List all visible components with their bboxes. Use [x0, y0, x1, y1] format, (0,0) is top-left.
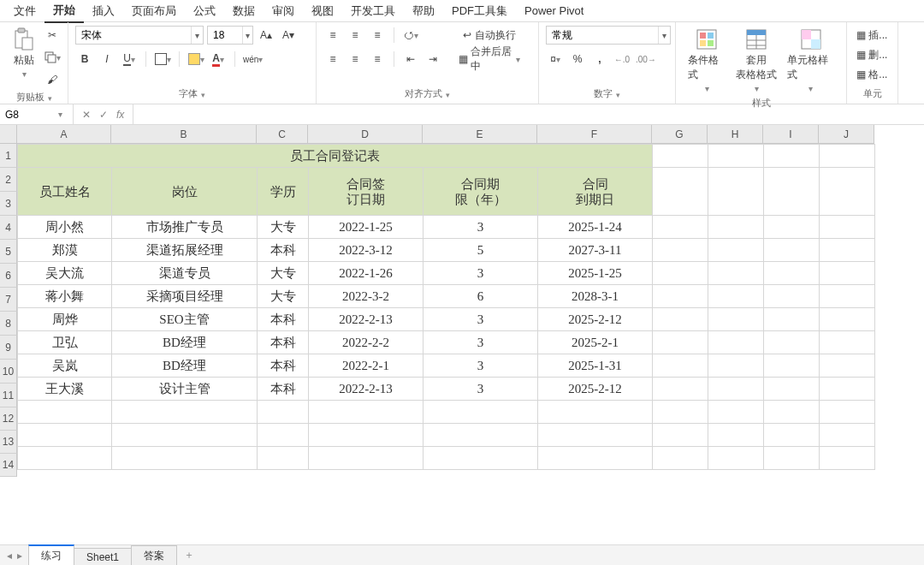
decrease-indent-button[interactable]: ⇤: [401, 50, 420, 68]
cell[interactable]: [764, 378, 820, 401]
cell[interactable]: 2025-1-25: [538, 262, 653, 285]
cell[interactable]: [708, 168, 764, 216]
cell[interactable]: [764, 424, 820, 447]
cell[interactable]: [764, 145, 820, 168]
row-header-3[interactable]: 3: [0, 192, 17, 216]
cell[interactable]: 采摘项目经理: [112, 285, 258, 308]
cell[interactable]: 3: [424, 354, 538, 378]
cell[interactable]: 3: [424, 216, 538, 239]
cell[interactable]: BD经理: [112, 331, 258, 354]
cell[interactable]: 本科: [258, 308, 309, 331]
underline-button[interactable]: U▾: [120, 50, 139, 68]
cell[interactable]: 2022-3-2: [309, 285, 424, 308]
cell[interactable]: 2022-1-25: [309, 216, 424, 239]
cell[interactable]: [112, 401, 258, 424]
cut-button[interactable]: ✂: [43, 26, 62, 45]
name-box[interactable]: ▾: [0, 104, 74, 124]
row-header-8[interactable]: 8: [0, 312, 17, 336]
cell[interactable]: [764, 262, 820, 285]
col-header-F[interactable]: F: [537, 125, 652, 144]
col-header-A[interactable]: A: [17, 125, 111, 144]
cell[interactable]: [820, 331, 875, 354]
cell[interactable]: 2025-2-1: [538, 331, 653, 354]
increase-decimal-button[interactable]: ←.0: [613, 50, 631, 68]
cell[interactable]: [653, 285, 708, 308]
cell[interactable]: 2027-3-11: [538, 239, 653, 262]
cell[interactable]: [764, 308, 820, 331]
cell[interactable]: [653, 447, 708, 470]
cell[interactable]: [18, 447, 112, 470]
cell[interactable]: 蒋小舞: [18, 285, 112, 308]
italic-button[interactable]: I: [98, 50, 116, 68]
cancel-button[interactable]: ✕: [82, 109, 91, 121]
col-header-H[interactable]: H: [708, 125, 763, 144]
col-header-I[interactable]: I: [763, 125, 819, 144]
row-header-9[interactable]: 9: [0, 336, 17, 360]
font-name-input[interactable]: [76, 27, 191, 44]
increase-indent-button[interactable]: ⇥: [424, 50, 442, 68]
row-header-12[interactable]: 12: [0, 407, 17, 431]
cell[interactable]: [309, 447, 424, 470]
cell[interactable]: 3: [424, 308, 538, 331]
cell[interactable]: [708, 424, 764, 447]
cell[interactable]: [708, 239, 764, 262]
cell[interactable]: 2022-2-13: [309, 378, 424, 401]
table-title[interactable]: 员工合同登记表: [18, 145, 653, 168]
col-header-cell[interactable]: 员工姓名: [18, 168, 112, 216]
cell[interactable]: 本科: [258, 378, 309, 401]
cell[interactable]: 3: [424, 262, 538, 285]
cell[interactable]: 渠道拓展经理: [112, 239, 258, 262]
cell[interactable]: [708, 331, 764, 354]
dialog-launcher-icon[interactable]: [616, 89, 620, 99]
bold-button[interactable]: B: [75, 50, 94, 68]
cell[interactable]: [708, 401, 764, 424]
cell[interactable]: 本科: [258, 354, 309, 378]
cell[interactable]: [653, 216, 708, 239]
align-right-button[interactable]: ≡: [368, 50, 387, 68]
align-left-button[interactable]: ≡: [323, 50, 342, 68]
cell[interactable]: [764, 216, 820, 239]
col-header-J[interactable]: J: [819, 125, 874, 144]
cell[interactable]: 大专: [258, 262, 309, 285]
delete-cells-button[interactable]: ▦ 删...: [854, 45, 890, 64]
cell[interactable]: [708, 216, 764, 239]
cell[interactable]: [820, 262, 875, 285]
font-name-combo[interactable]: ▾: [75, 26, 204, 45]
cell[interactable]: [820, 447, 875, 470]
name-box-input[interactable]: [0, 109, 53, 121]
cell[interactable]: [820, 354, 875, 378]
cell[interactable]: [764, 168, 820, 216]
cell[interactable]: [708, 354, 764, 378]
col-header-cell[interactable]: 合同 到期日: [538, 168, 653, 216]
cell[interactable]: [820, 216, 875, 239]
cell[interactable]: 2028-3-1: [538, 285, 653, 308]
chevron-down-icon[interactable]: ▾: [242, 27, 252, 44]
align-bottom-button[interactable]: ≡: [368, 26, 387, 45]
orientation-button[interactable]: ⭯▾: [401, 26, 420, 45]
cell[interactable]: [820, 168, 875, 216]
cell[interactable]: 设计主管: [112, 378, 258, 401]
cell[interactable]: [708, 378, 764, 401]
cell[interactable]: [764, 239, 820, 262]
cell[interactable]: 2022-2-1: [309, 354, 424, 378]
increase-font-button[interactable]: A▴: [257, 26, 275, 45]
font-size-input[interactable]: [208, 27, 242, 44]
cell[interactable]: [820, 239, 875, 262]
cell[interactable]: [820, 424, 875, 447]
cell[interactable]: SEO主管: [112, 308, 258, 331]
menu-Power Pivot[interactable]: Power Pivot: [516, 1, 592, 21]
confirm-button[interactable]: ✓: [99, 109, 108, 121]
cell[interactable]: [653, 331, 708, 354]
cell[interactable]: [309, 401, 424, 424]
select-all-corner[interactable]: [0, 125, 17, 144]
cell[interactable]: 渠道专员: [112, 262, 258, 285]
menu-数据[interactable]: 数据: [224, 0, 264, 22]
cell[interactable]: [708, 262, 764, 285]
row-header-2[interactable]: 2: [0, 168, 17, 192]
cell[interactable]: 市场推广专员: [112, 216, 258, 239]
cell-styles-button[interactable]: 单元格样式▾: [782, 26, 839, 95]
col-header-C[interactable]: C: [257, 125, 308, 144]
font-size-combo[interactable]: ▾: [207, 26, 253, 45]
align-center-button[interactable]: ≡: [346, 50, 364, 68]
sheet-tab-Sheet1[interactable]: Sheet1: [74, 548, 132, 565]
